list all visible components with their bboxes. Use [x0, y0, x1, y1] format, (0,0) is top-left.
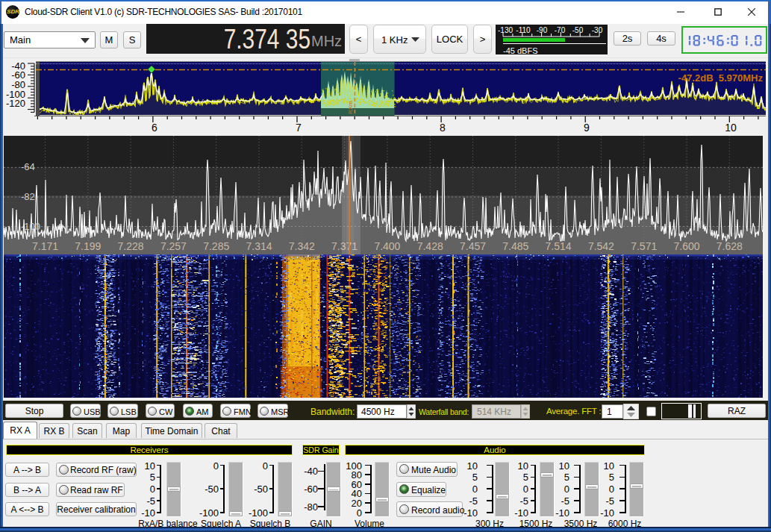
svg-text:7.400: 7.400 — [374, 240, 400, 252]
svg-text:7.457: 7.457 — [460, 240, 486, 252]
svg-text:7.285: 7.285 — [203, 240, 229, 252]
svg-text:7.428: 7.428 — [417, 240, 443, 252]
svg-text:7.485: 7.485 — [502, 240, 528, 252]
svg-text:7.542: 7.542 — [588, 240, 614, 252]
svg-text:RXm: RXm — [347, 101, 354, 114]
svg-text:-82: -82 — [21, 191, 35, 202]
svg-text:7.600: 7.600 — [673, 240, 699, 252]
svg-text:7.228: 7.228 — [118, 240, 144, 252]
svg-text:7.628: 7.628 — [717, 240, 743, 252]
svg-text:7.514: 7.514 — [546, 240, 572, 252]
svg-text:-64: -64 — [21, 161, 35, 172]
svg-text:7.571: 7.571 — [631, 240, 657, 252]
svg-text:7.171: 7.171 — [32, 240, 58, 252]
svg-text:7.257: 7.257 — [160, 240, 187, 252]
svg-text:7.314: 7.314 — [246, 240, 272, 252]
svg-text:7.342: 7.342 — [289, 240, 315, 252]
svg-text:7.199: 7.199 — [75, 240, 101, 252]
svg-text:-100: -100 — [21, 221, 40, 232]
